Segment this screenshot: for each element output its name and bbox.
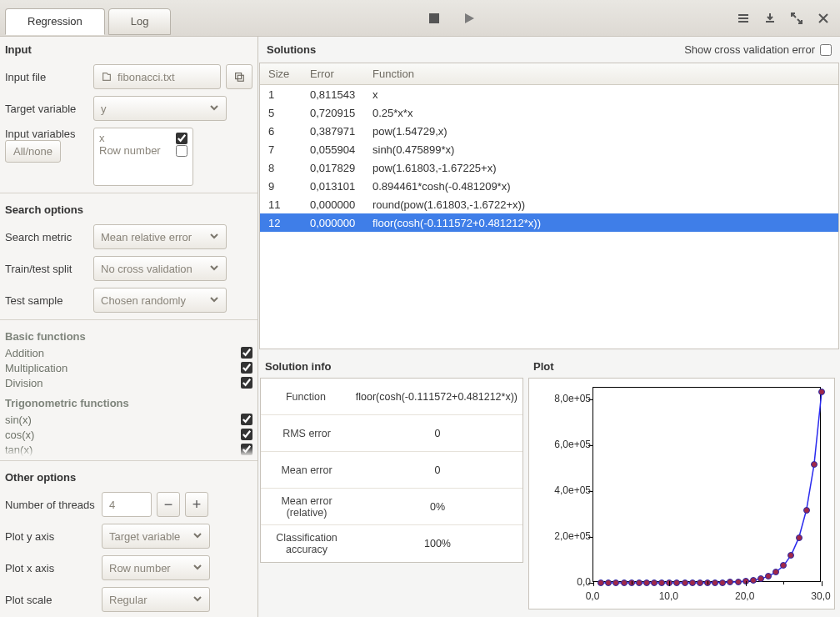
- table-row[interactable]: 10,811543x: [260, 85, 838, 103]
- function-checkbox[interactable]: [241, 414, 252, 425]
- table-row[interactable]: 50,7209150.25*x*x: [260, 103, 838, 122]
- data-point: [643, 579, 650, 586]
- function-row: sin(x): [5, 412, 252, 427]
- threads-plus[interactable]: +: [185, 492, 208, 517]
- search-title: Search options: [0, 197, 258, 221]
- threads-input[interactable]: 4: [102, 492, 152, 517]
- chevron-down-icon: [209, 103, 219, 115]
- allnone-button[interactable]: All/none: [5, 140, 61, 163]
- data-point: [750, 577, 757, 584]
- menu-icon[interactable]: [732, 7, 755, 30]
- svg-rect-5: [236, 73, 242, 79]
- data-point: [811, 461, 818, 468]
- split-select[interactable]: No cross validation: [93, 256, 227, 281]
- function-row: Division: [5, 375, 252, 390]
- input-title: Input: [0, 37, 258, 61]
- data-point: [658, 579, 665, 586]
- data-point: [673, 579, 680, 586]
- svg-rect-4: [738, 21, 748, 23]
- run-button[interactable]: [458, 7, 481, 30]
- data-point: [605, 579, 612, 586]
- data-point: [697, 579, 703, 586]
- function-list: Basic functions AdditionMultiplicationDi…: [0, 324, 258, 457]
- data-point: [780, 562, 787, 569]
- info-row: Classification accuracy100%: [261, 525, 522, 562]
- function-row: cos(x): [5, 427, 252, 442]
- cross-val-checkbox[interactable]: [820, 44, 832, 56]
- plot-box: 0,02,0e+054,0e+056,0e+058,0e+050,010,020…: [528, 378, 835, 609]
- tab-log[interactable]: Log: [108, 8, 172, 35]
- data-point: [788, 552, 794, 559]
- stop-button[interactable]: [422, 7, 446, 30]
- data-point: [758, 575, 764, 582]
- function-checkbox[interactable]: [241, 444, 252, 455]
- data-point: [636, 579, 642, 586]
- col-function[interactable]: Function: [372, 68, 838, 80]
- data-point: [803, 507, 810, 514]
- info-row: Mean error (relative)0%: [261, 489, 522, 525]
- copy-button[interactable]: [226, 64, 252, 89]
- input-vars-list: x Row number: [93, 128, 193, 186]
- table-row[interactable]: 90,0131010.894461*cosh(-0.481209*x): [260, 177, 838, 195]
- table-row[interactable]: 80,017829pow(1.61803,-1.67225+x): [260, 158, 838, 177]
- table-row[interactable]: 120,000000floor(cosh(-0.111572+0.481212*…: [260, 213, 838, 232]
- data-point: [689, 579, 696, 586]
- function-checkbox[interactable]: [241, 429, 252, 440]
- solutions-title: Solutions: [267, 43, 316, 56]
- data-point: [612, 579, 619, 586]
- input-file-value: fibonacci.txt: [118, 71, 175, 83]
- var-x-checkbox[interactable]: [176, 133, 188, 144]
- svg-rect-3: [738, 18, 748, 19]
- tab-regression[interactable]: Regression: [5, 8, 105, 35]
- search-metric-select[interactable]: Mean relative error: [93, 224, 227, 249]
- data-point: [735, 579, 742, 585]
- col-size[interactable]: Size: [260, 68, 310, 80]
- input-file-button[interactable]: fibonacci.txt: [93, 64, 221, 89]
- svg-rect-2: [738, 14, 748, 16]
- data-point: [651, 579, 658, 586]
- col-error[interactable]: Error: [310, 68, 372, 80]
- ploty-select[interactable]: Target variable: [102, 524, 210, 549]
- info-row: Mean error0: [261, 452, 522, 489]
- table-row[interactable]: 110,000000round(pow(1.61803,-1.6722+x)): [260, 195, 838, 213]
- data-point: [727, 579, 733, 585]
- target-label: Target variable: [5, 103, 88, 115]
- plot-panel: Plot 0,02,0e+054,0e+056,0e+058,0e+050,01…: [527, 355, 840, 617]
- data-point: [719, 579, 726, 586]
- data-point: [598, 579, 604, 586]
- table-row[interactable]: 60,387971pow(1.54729,x): [260, 122, 838, 140]
- data-point: [621, 579, 628, 586]
- inputvars-label: Input variables: [5, 128, 88, 140]
- data-point: [772, 569, 779, 575]
- function-checkbox[interactable]: [241, 377, 252, 389]
- svg-rect-0: [429, 13, 439, 23]
- download-icon[interactable]: [758, 7, 782, 30]
- data-point: [765, 573, 772, 579]
- input-file-label: Input file: [5, 71, 88, 83]
- var-row-checkbox[interactable]: [176, 145, 188, 157]
- data-point: [682, 579, 688, 586]
- plotx-select[interactable]: Row number: [102, 555, 210, 580]
- data-point: [712, 579, 718, 586]
- info-row: RMS error0: [261, 415, 522, 452]
- table-row[interactable]: 70,055904sinh(0.475899*x): [260, 140, 838, 158]
- svg-marker-1: [465, 13, 474, 23]
- data-point: [796, 534, 802, 541]
- function-checkbox[interactable]: [241, 362, 252, 374]
- function-row: tan(x): [5, 442, 252, 457]
- target-select[interactable]: y: [93, 96, 227, 121]
- threads-minus[interactable]: −: [157, 492, 180, 517]
- sample-select[interactable]: Chosen randomly: [93, 288, 227, 313]
- data-point: [818, 389, 825, 395]
- function-row: Multiplication: [5, 360, 252, 375]
- solution-info: Solution info Functionfloor(cosh(-0.1115…: [258, 355, 525, 617]
- function-row: Addition: [5, 345, 252, 360]
- toolbar: Regression Log: [0, 0, 840, 37]
- solutions-table: Size Error Function 10,811543x50,7209150…: [259, 63, 839, 349]
- right-panel: Solutions Show cross validation error Si…: [258, 37, 840, 617]
- close-icon[interactable]: [812, 7, 835, 30]
- fullscreen-icon[interactable]: [785, 7, 808, 30]
- other-title: Other options: [0, 464, 258, 489]
- function-checkbox[interactable]: [241, 347, 252, 359]
- scale-select[interactable]: Regular: [102, 587, 210, 612]
